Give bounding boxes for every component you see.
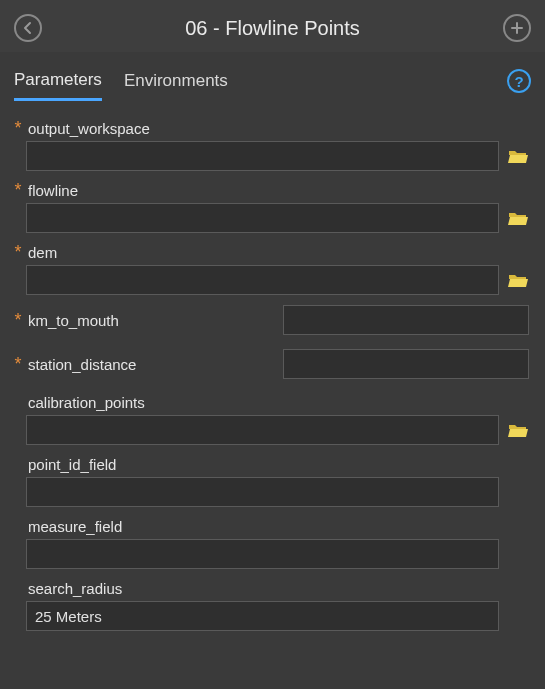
parameters-form: * output_workspace * flowline * dem: [0, 101, 545, 631]
label-output-workspace: output_workspace: [26, 120, 150, 137]
required-marker: *: [10, 243, 26, 261]
folder-icon: [508, 272, 528, 288]
tool-header: 06 - Flowline Points: [0, 0, 545, 52]
folder-icon: [508, 210, 528, 226]
browse-dem[interactable]: [507, 272, 529, 288]
browse-calibration-points[interactable]: [507, 422, 529, 438]
label-dem: dem: [26, 244, 57, 261]
browse-output-workspace[interactable]: [507, 148, 529, 164]
label-station-distance: station_distance: [26, 356, 283, 373]
required-marker: *: [10, 119, 26, 137]
tabs: Parameters Environments ?: [0, 52, 545, 101]
input-km-to-mouth[interactable]: [283, 305, 529, 335]
tab-environments[interactable]: Environments: [124, 63, 228, 99]
input-measure-field[interactable]: [26, 539, 499, 569]
back-button[interactable]: [14, 14, 42, 42]
label-calibration-points: calibration_points: [26, 394, 145, 411]
required-marker: *: [10, 355, 26, 373]
tab-parameters[interactable]: Parameters: [14, 62, 102, 101]
label-km-to-mouth: km_to_mouth: [26, 312, 283, 329]
required-marker: *: [10, 181, 26, 199]
folder-icon: [508, 422, 528, 438]
input-search-radius[interactable]: [26, 601, 499, 631]
input-output-workspace[interactable]: [26, 141, 499, 171]
folder-icon: [508, 148, 528, 164]
page-title: 06 - Flowline Points: [42, 17, 503, 40]
browse-flowline[interactable]: [507, 210, 529, 226]
label-search-radius: search_radius: [26, 580, 122, 597]
back-arrow-icon: [21, 21, 35, 35]
input-calibration-points[interactable]: [26, 415, 499, 445]
label-measure-field: measure_field: [26, 518, 122, 535]
help-button[interactable]: ?: [507, 69, 531, 93]
required-marker: *: [10, 311, 26, 329]
input-point-id-field[interactable]: [26, 477, 499, 507]
label-point-id-field: point_id_field: [26, 456, 116, 473]
add-button[interactable]: [503, 14, 531, 42]
input-dem[interactable]: [26, 265, 499, 295]
input-flowline[interactable]: [26, 203, 499, 233]
label-flowline: flowline: [26, 182, 78, 199]
plus-icon: [510, 21, 524, 35]
input-station-distance[interactable]: [283, 349, 529, 379]
